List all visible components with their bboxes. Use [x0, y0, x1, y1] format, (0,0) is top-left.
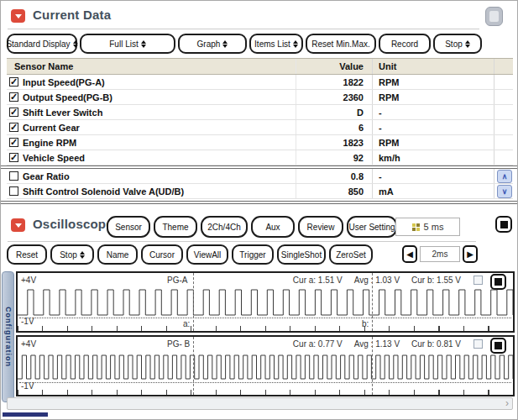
user-setting-button[interactable]: User Setting	[347, 216, 397, 238]
stop-square-icon	[494, 342, 502, 349]
table-row[interactable]: ✓Current Gear 6 -	[7, 120, 513, 135]
current-data-collapse-icon[interactable]	[11, 9, 25, 23]
row-checkbox-checked[interactable]: ✓	[9, 108, 18, 117]
sensor-name: Input Speed(PG-A)	[23, 77, 105, 87]
horizontal-scrollbar[interactable]: ›	[7, 397, 513, 410]
review-button[interactable]: Review	[298, 216, 343, 238]
record-button[interactable]: Record	[379, 34, 431, 54]
scope-channel-1: +4V PG-A Cur a: 1.51 V Avg : 1.03 V Cur …	[16, 271, 515, 333]
stop-select[interactable]: Stop	[433, 34, 482, 54]
row-checkbox-checked[interactable]: ✓	[9, 77, 18, 87]
baseline-dotted	[19, 318, 511, 318]
channel-checkbox[interactable]	[474, 339, 483, 349]
graph-select[interactable]: Graph	[178, 34, 247, 54]
reset-button[interactable]: Reset	[7, 244, 47, 265]
name-button[interactable]: Name	[97, 244, 138, 265]
dropdown-arrows-icon	[73, 40, 78, 48]
avg-value: Avg : 1.03 V	[354, 276, 400, 285]
check-icon: ✓	[10, 108, 18, 115]
sensor-button[interactable]: Sensor	[107, 216, 150, 238]
configuration-tab[interactable]: Configuration	[2, 271, 14, 402]
table-row[interactable]: ✓Engine RPM 1823 RPM	[7, 135, 513, 150]
cursor-a-line[interactable]	[193, 273, 194, 331]
button-label: Aux	[265, 223, 280, 232]
column-unit: Unit	[373, 59, 494, 74]
timebase-decrease-button[interactable]: ◀	[402, 245, 417, 263]
maximize-icon	[489, 11, 499, 22]
items-list-select[interactable]: Items List	[249, 34, 303, 54]
row-checkbox-checked[interactable]: ✓	[9, 138, 18, 147]
sensor-name: Output Speed(PG-B)	[23, 92, 112, 102]
cursor-button[interactable]: Cursor	[141, 244, 183, 265]
button-label: Record	[391, 39, 418, 49]
cursor-b-line[interactable]	[372, 337, 373, 395]
cursor-b-line[interactable]	[372, 273, 373, 331]
table-row[interactable]: ✓Shift Lever Switch D -	[7, 105, 513, 120]
current-data-toolbar: Standard Display Full List Graph Items L…	[7, 34, 482, 54]
stop-select[interactable]: Stop	[50, 244, 94, 265]
chevron-down-icon: ∨	[502, 188, 508, 196]
oscilloscope-title: Oscilloscope	[33, 217, 113, 231]
dropdown-arrows-icon	[141, 40, 146, 48]
sensor-value: D	[296, 105, 373, 119]
sensor-value: 1822	[296, 75, 373, 89]
button-label: User Setting	[348, 223, 395, 232]
check-icon: ✓	[10, 154, 18, 160]
button-label: Items List	[254, 39, 290, 49]
stop-square-icon	[494, 278, 502, 286]
table-row[interactable]: Gear Ratio 0.8 -	[7, 169, 513, 184]
channel-checkbox[interactable]	[474, 276, 483, 285]
table-row[interactable]: Shift Control Solenoid Valve A(UD/B) 850…	[7, 184, 513, 199]
sensor-name: Current Gear	[23, 123, 80, 133]
oscilloscope-toolbar-bottom: Reset Stop Name Cursor ViewAll Trigger S…	[7, 244, 373, 265]
scope-channel-2: +4V PG- B Cur a: 0.77 V Avg : 1.13 V Cur…	[16, 335, 515, 396]
time-axis-ticks	[18, 326, 513, 331]
header-divider	[8, 29, 479, 29]
reset-minmax-button[interactable]: Reset Min.Max.	[306, 34, 376, 54]
cursor-readouts: Cur a: 0.77 V Avg : 1.13 V Cur b: 0.81 V	[293, 339, 461, 349]
theme-button[interactable]: Theme	[154, 216, 197, 238]
row-checkbox-unchecked[interactable]	[9, 186, 18, 196]
diagnostic-app-window: Current Data Standard Display Full List …	[0, 0, 518, 420]
table-row[interactable]: ✓Vehicle Speed 92 km/h	[7, 150, 513, 165]
button-label: Name	[107, 250, 129, 260]
button-label: 2Ch/4Ch	[207, 223, 240, 232]
row-checkbox-unchecked[interactable]	[9, 171, 18, 181]
sensor-unit: -	[373, 120, 494, 134]
button-label: Stop	[445, 39, 463, 49]
zero-set-button[interactable]: ZeroSet	[329, 244, 373, 265]
cursor-b-value: Cur b: 0.81 V	[411, 339, 461, 349]
single-shot-button[interactable]: SingleShot	[277, 244, 326, 265]
chevron-up-icon: ∧	[502, 173, 508, 181]
cursor-a-line[interactable]	[193, 337, 194, 395]
scroll-down-button[interactable]: ∨	[497, 185, 512, 198]
channel-stop-button[interactable]	[490, 338, 506, 354]
timebase-increase-button[interactable]: ▶	[463, 245, 478, 263]
table-row[interactable]: ✓Output Speed(PG-B) 2360 RPM	[7, 90, 513, 105]
scroll-up-button[interactable]: ∧	[497, 170, 512, 183]
time-axis-ticks	[18, 390, 513, 395]
cursor-readouts: Cur a: 1.51 V Avg : 1.03 V Cur b: 1.55 V	[293, 276, 461, 285]
table-row[interactable]: ✓Input Speed(PG-A) 1822 RPM	[7, 75, 513, 90]
trigger-button[interactable]: Trigger	[232, 244, 274, 265]
channel-mode-button[interactable]: 2Ch/4Ch	[201, 216, 248, 238]
row-checkbox-checked[interactable]: ✓	[9, 92, 18, 102]
button-label: Graph	[197, 39, 221, 49]
oscilloscope-stop-button[interactable]	[495, 216, 512, 233]
sensor-unit: km/h	[373, 150, 494, 165]
row-checkbox-checked[interactable]: ✓	[9, 123, 18, 132]
dropdown-arrows-icon	[465, 40, 470, 48]
timebase-value: 2ms	[420, 246, 460, 262]
dropdown-arrows-icon	[222, 40, 228, 48]
full-list-select[interactable]: Full List	[80, 34, 175, 54]
table-header: Sensor Name Value Unit	[7, 58, 513, 75]
button-label: Cursor	[149, 250, 175, 260]
button-label: ZeroSet	[336, 250, 366, 260]
maximize-button[interactable]	[485, 7, 503, 26]
oscilloscope-collapse-icon[interactable]	[11, 218, 25, 232]
aux-button[interactable]: Aux	[251, 216, 295, 238]
row-checkbox-checked[interactable]: ✓	[9, 153, 18, 162]
button-label: ViewAll	[194, 250, 222, 260]
standard-display-select[interactable]: Standard Display	[7, 34, 77, 54]
view-all-button[interactable]: ViewAll	[186, 244, 228, 265]
